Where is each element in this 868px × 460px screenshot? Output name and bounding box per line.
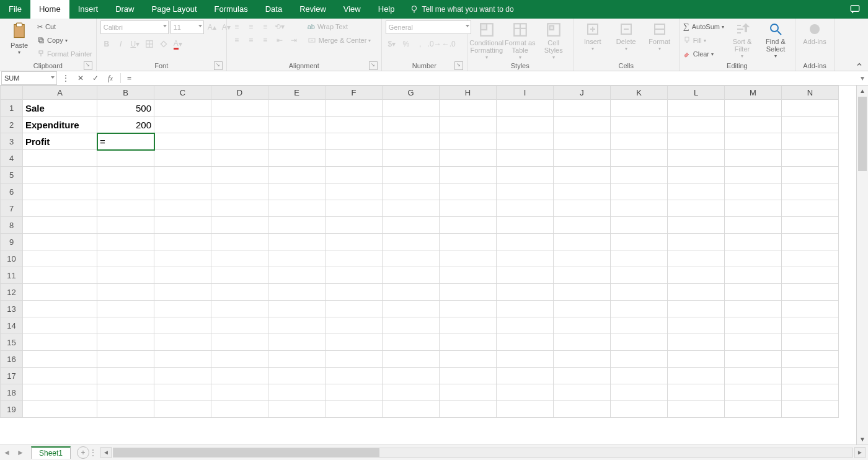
clear-button[interactable]: Clear▾ (683, 48, 724, 60)
svg-rect-28 (685, 37, 689, 41)
formula-input[interactable]: = (123, 74, 857, 82)
addins-icon (807, 22, 822, 37)
paste-button[interactable]: Paste ▾ (4, 20, 35, 56)
group-font: Calibri 11 A▴ A▾ B I U▾ A▾ Font↘ (97, 19, 227, 71)
format-icon (652, 22, 667, 37)
menu-tab-view[interactable]: View (335, 0, 370, 19)
inc-decimal-icon[interactable]: .0→ (428, 38, 441, 50)
align-middle-icon[interactable]: ≡ (245, 20, 257, 33)
format-cells-button[interactable]: Format▾ (644, 20, 675, 53)
table-icon (512, 22, 529, 38)
font-color-button[interactable]: A▾ (172, 38, 184, 50)
group-alignment: ≡ ≡ ≡ ⟲▾ ≡ ≡ ≡ ⇤ ⇥ abWrap Text Merge & C… (227, 19, 382, 71)
cell-styles-icon (545, 22, 562, 38)
fill-color-button[interactable] (157, 38, 170, 50)
menu-tab-formulas[interactable]: Formulas (206, 0, 257, 19)
indent-inc-icon[interactable]: ⇥ (288, 34, 300, 46)
delete-cells-button[interactable]: Delete▾ (611, 20, 642, 53)
menu-tab-insert[interactable]: Insert (69, 0, 107, 19)
italic-button[interactable]: I (115, 38, 127, 50)
conditional-formatting-button[interactable]: Conditional Formatting▾ (471, 20, 502, 61)
orientation-icon[interactable]: ⟲▾ (273, 20, 286, 33)
comment-icon[interactable] (849, 4, 861, 14)
bucket-icon (159, 40, 168, 48)
cut-button[interactable]: ✂Cut (37, 20, 92, 33)
fill-down-icon (683, 37, 691, 44)
group-styles: Conditional Formatting▾ Format as Table▾… (467, 19, 574, 71)
name-box[interactable]: SUM (1, 71, 57, 85)
number-launcher-icon[interactable]: ↘ (454, 61, 463, 70)
svg-rect-20 (549, 26, 554, 30)
wrap-text-button[interactable]: abWrap Text (308, 20, 371, 33)
percent-icon[interactable]: % (400, 38, 412, 50)
align-right-icon[interactable]: ≡ (259, 34, 272, 46)
indent-dec-icon[interactable]: ⇤ (273, 34, 286, 46)
menu-tab-home[interactable]: Home (30, 0, 69, 19)
cond-format-icon (478, 22, 495, 38)
comma-icon[interactable]: , (414, 38, 427, 50)
accounting-icon[interactable]: $▾ (386, 38, 398, 50)
font-launcher-icon[interactable]: ↘ (214, 61, 223, 70)
menu-tab-page-layout[interactable]: Page Layout (143, 0, 206, 19)
svg-point-31 (810, 24, 820, 34)
autosum-button[interactable]: ∑AutoSum▾ (683, 20, 724, 33)
group-clipboard: Paste ▾ ✂Cut Copy▾ Format Painter Clipbo… (0, 19, 97, 71)
eraser-icon (683, 50, 691, 58)
svg-line-30 (777, 31, 781, 35)
number-format-combo[interactable]: General (386, 20, 471, 34)
tell-me-placeholder: Tell me what you want to do (422, 5, 514, 14)
menu-tab-data[interactable]: Data (257, 0, 291, 19)
cancel-formula-icon[interactable]: ✕ (73, 71, 88, 85)
font-name-combo[interactable]: Calibri (100, 20, 169, 34)
copy-icon (37, 37, 45, 44)
format-as-table-button[interactable]: Format as Table▾ (505, 20, 536, 61)
border-icon (145, 40, 154, 48)
formula-bar: SUM ⋮ ✕ ✓ fx = ▾ (0, 71, 868, 86)
menu-tab-review[interactable]: Review (291, 0, 335, 19)
fill-button[interactable]: Fill▾ (683, 34, 724, 46)
svg-point-0 (412, 6, 416, 11)
merge-center-button[interactable]: Merge & Center▾ (308, 34, 371, 46)
sort-filter-button[interactable]: Sort & Filter▾ (727, 20, 758, 60)
bold-button[interactable]: B (100, 38, 113, 50)
more-functions-icon[interactable]: ⋮ (58, 71, 73, 85)
font-size-combo[interactable]: 11 (170, 20, 204, 34)
border-button[interactable] (143, 38, 156, 50)
ribbon: Paste ▾ ✂Cut Copy▾ Format Painter Clipbo… (0, 19, 868, 71)
addins-button[interactable]: Add-ins (799, 20, 830, 45)
tell-me-search[interactable]: Tell me what you want to do (410, 0, 514, 19)
svg-point-29 (771, 24, 778, 32)
brush-icon (37, 50, 45, 58)
menu-tab-draw[interactable]: Draw (107, 0, 143, 19)
svg-rect-15 (480, 24, 487, 30)
group-cells: Insert▾ Delete▾ Format▾ Cells (574, 19, 680, 71)
copy-button[interactable]: Copy▾ (37, 34, 92, 46)
group-addins: Add-ins Add-ins (795, 19, 835, 71)
svg-rect-3 (851, 6, 859, 11)
cell-styles-button[interactable]: Cell Styles▾ (538, 20, 569, 61)
align-top-icon[interactable]: ≡ (231, 20, 243, 33)
increase-font-icon[interactable]: A▴ (206, 21, 218, 33)
align-bottom-icon[interactable]: ≡ (259, 20, 272, 33)
alignment-launcher-icon[interactable]: ↘ (369, 61, 378, 70)
menu-tab-help[interactable]: Help (370, 0, 404, 19)
clipboard-launcher-icon[interactable]: ↘ (84, 61, 92, 70)
group-editing: ∑AutoSum▾ Fill▾ Clear▾ Sort & Filter▾ Fi… (680, 19, 795, 71)
expand-formula-bar-icon[interactable]: ▾ (857, 74, 868, 82)
merge-icon (308, 37, 316, 44)
svg-rect-6 (40, 39, 43, 43)
lightbulb-icon (410, 5, 418, 14)
sort-filter-icon (734, 22, 750, 37)
collapse-ribbon-icon[interactable] (856, 61, 863, 68)
insert-cells-button[interactable]: Insert▾ (577, 20, 608, 53)
align-left-icon[interactable]: ≡ (231, 34, 243, 46)
enter-formula-icon[interactable]: ✓ (88, 71, 103, 85)
menu-tab-file[interactable]: File (0, 0, 30, 19)
format-painter-button[interactable]: Format Painter (37, 48, 92, 60)
search-icon (768, 22, 784, 37)
underline-button[interactable]: U▾ (129, 38, 141, 50)
align-center-icon[interactable]: ≡ (245, 34, 257, 46)
fx-icon[interactable]: fx (103, 71, 118, 85)
dec-decimal-icon[interactable]: ←.0 (443, 38, 455, 50)
find-select-button[interactable]: Find & Select▾ (760, 20, 791, 60)
